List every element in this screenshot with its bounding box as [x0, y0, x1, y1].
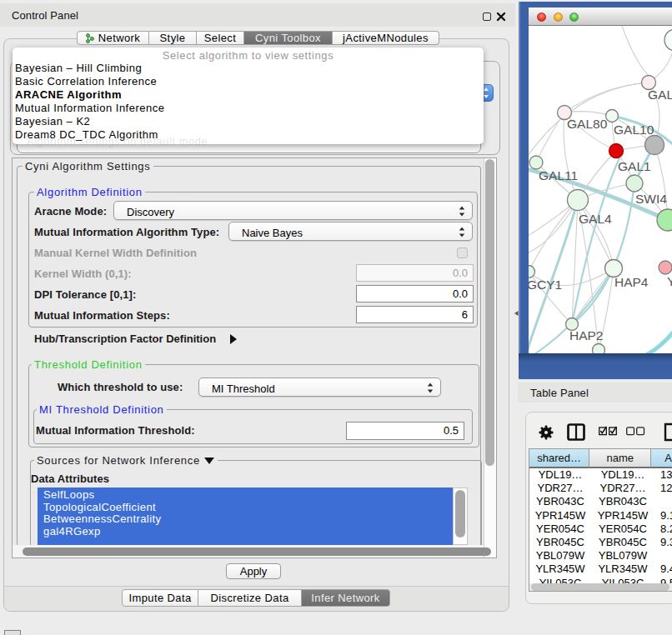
svg-text:GAL80: GAL80	[567, 117, 608, 131]
svg-text:GAL1: GAL1	[618, 159, 651, 173]
svg-text:GAL11: GAL11	[539, 168, 578, 182]
svg-text:GAL10: GAL10	[614, 122, 654, 137]
svg-text:GAL7: GAL7	[648, 88, 672, 102]
svg-text:HAP4: HAP4	[614, 275, 649, 289]
svg-text:GCY1: GCY1	[529, 278, 562, 292]
svg-text:GAL4: GAL4	[579, 212, 612, 226]
svg-text:SWI4: SWI4	[635, 192, 667, 206]
svg-text:HAP2: HAP2	[569, 328, 604, 342]
svg-text:YEL0: YEL0	[667, 274, 672, 288]
